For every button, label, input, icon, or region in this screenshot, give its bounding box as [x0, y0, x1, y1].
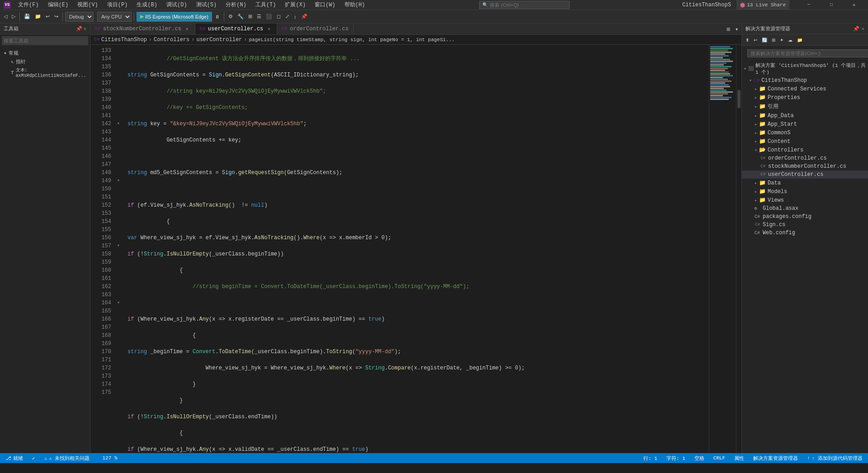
pause-button[interactable]: ⏸	[213, 11, 222, 22]
menu-item-test[interactable]: 测试(S)	[194, 0, 219, 9]
tree-item-project[interactable]: ▾ C# CitiesThanShop	[742, 76, 868, 85]
menu-item-analyze[interactable]: 分析(N)	[224, 0, 248, 9]
status-lang[interactable]: 属性	[732, 455, 746, 462]
vertical-scrollbar[interactable]	[736, 45, 741, 453]
se-toolbar-btn-1[interactable]: ⬆	[744, 35, 751, 44]
status-spaces[interactable]: 空格	[693, 455, 706, 462]
toolbar-btn-9[interactable]: 📌	[299, 11, 309, 22]
tree-item-global-asax[interactable]: ⚙ Global.asax	[742, 204, 868, 213]
status-add-source[interactable]: ↑ ↑ 添加到源代码管理器	[805, 455, 864, 462]
status-check-icon[interactable]: ✓	[30, 454, 37, 462]
se-toolbar-btn-2[interactable]: ↩	[752, 35, 759, 44]
tab-stock-controller[interactable]: C# stockNumberController.cs ✕	[90, 24, 195, 34]
close-button[interactable]: ✕	[844, 0, 864, 10]
tree-item-sign-cs[interactable]: C# Sign.cs	[742, 221, 868, 229]
se-toolbar-btn-5[interactable]: ✦	[778, 35, 785, 44]
toolbar-btn-6[interactable]: ◻	[275, 11, 283, 22]
tree-item-controllers[interactable]: ▾ 📂 Controllers	[742, 146, 868, 154]
solution-explorer-search[interactable]	[747, 49, 868, 57]
back-button[interactable]: ◁	[2, 11, 9, 22]
se-show-all-files[interactable]: 📁	[795, 35, 804, 44]
menu-item-debug[interactable]: 调试(D)	[165, 0, 189, 9]
tree-item-content[interactable]: ▸ 📁 Content	[742, 137, 868, 146]
solution-explorer-close-icon[interactable]: ✕	[861, 26, 864, 32]
toolbar-btn-8[interactable]: ↕	[292, 11, 298, 22]
code-text[interactable]: //GetSignContent 该方法会升序排序传入的数据，得到拼接好的字符串…	[122, 45, 709, 453]
platform-dropdown[interactable]: Any CPU	[97, 12, 132, 22]
se-toolbar-btn-3[interactable]: 🔄	[760, 35, 769, 44]
menu-item-window[interactable]: 窗口(W)	[313, 0, 337, 9]
menu-item-extensions[interactable]: 扩展(X)	[283, 0, 307, 9]
se-toolbar-btn-6[interactable]: ☁	[786, 35, 794, 44]
code-editor[interactable]: 133 134 135 136 137 138 139 140 141 142 …	[97, 45, 709, 453]
tree-item-commons[interactable]: ▸ 📁 CommonS	[742, 128, 868, 137]
menu-item-build[interactable]: 生成(B)	[135, 0, 159, 9]
tab-order-controller[interactable]: C# orderController.cs	[277, 24, 354, 34]
status-errors[interactable]: ⚠ ⚠ 未找到相关问题	[42, 455, 92, 462]
fold-marker-164[interactable]: ▾	[115, 299, 122, 307]
close-tab-2[interactable]: ✕	[266, 26, 272, 32]
menu-item-edit[interactable]: 编辑(E)	[46, 0, 71, 9]
redo-button[interactable]: ↪	[52, 11, 60, 22]
minimize-button[interactable]: ─	[798, 0, 819, 10]
status-cursor[interactable]: 行: 1	[642, 455, 659, 462]
status-encoding[interactable]: CRLF	[712, 455, 727, 461]
status-solution-explorer[interactable]: 解决方案资源管理器	[751, 455, 800, 462]
breadcrumb-method[interactable]: pageList(string timeStamp, string sign, …	[249, 37, 455, 43]
maximize-button[interactable]: □	[821, 0, 842, 10]
tab-user-controller[interactable]: C# userController.cs ✕	[195, 24, 277, 34]
split-editor-button[interactable]: ⊞	[725, 24, 732, 34]
tree-item-properties[interactable]: ▸ 📁 Properties	[742, 93, 868, 102]
tree-item-web-config[interactable]: C# Web.config	[742, 229, 868, 237]
editor-settings-button[interactable]: ▾	[734, 24, 740, 34]
menu-item-view[interactable]: 视图(V)	[75, 0, 100, 9]
fold-marker-157[interactable]: ▾	[115, 242, 122, 250]
tree-item-order-controller[interactable]: C# orderController.cs	[742, 154, 868, 162]
tree-item-models[interactable]: ▸ 📁 Models	[742, 187, 868, 196]
debug-config-dropdown[interactable]: Debug	[65, 12, 94, 22]
open-button[interactable]: 📁	[33, 11, 43, 22]
toolbar-btn-7[interactable]: ⤢	[283, 11, 291, 22]
tree-item-packages-config[interactable]: C# packages.config	[742, 213, 868, 221]
solution-explorer-pin-icon[interactable]: 📌	[853, 26, 859, 32]
toolbox-section-header-general[interactable]: ▾ 常规	[4, 49, 86, 57]
forward-button[interactable]: ▷	[10, 11, 17, 22]
tree-item-references[interactable]: ▸ 📁 引用	[742, 102, 868, 111]
toolbar-btn-4[interactable]: ☰	[255, 11, 263, 22]
toolbar-btn-3[interactable]: ⊞	[246, 11, 254, 22]
fold-marker-142[interactable]: ▾	[115, 120, 122, 128]
breadcrumb-project[interactable]: CitiesThanShop	[101, 37, 147, 43]
toolbox-close-icon[interactable]: ✕	[83, 26, 86, 32]
toolbox-item-text[interactable]: T 文本: axMsRdpClient11NotSafeF...	[4, 66, 86, 79]
status-col[interactable]: 字符: 1	[665, 455, 687, 462]
tree-item-app-start[interactable]: ▸ 📁 App_Start	[742, 120, 868, 128]
tree-item-views[interactable]: ▸ 📁 Views	[742, 196, 868, 204]
run-button[interactable]: ▶ IIS Express (Microsoft Edge)	[137, 12, 212, 22]
tree-item-user-controller[interactable]: C# userController.cs	[742, 170, 868, 179]
undo-button[interactable]: ↩	[44, 11, 52, 22]
menu-item-file[interactable]: 文件(F)	[16, 0, 41, 9]
toolbox-item-pointer[interactable]: ↖ 指针	[4, 57, 86, 66]
toolbox-search-input[interactable]	[2, 36, 88, 45]
status-zoom[interactable]: 127 %	[100, 455, 119, 461]
save-button[interactable]: 💾	[22, 11, 32, 22]
global-search-input[interactable]	[490, 2, 562, 8]
toolbox-pin-icon[interactable]: 📌	[76, 26, 82, 32]
tree-item-connected-services[interactable]: ▸ 📁 Connected Services	[742, 85, 868, 93]
menu-item-help[interactable]: 帮助(H)	[343, 0, 367, 9]
close-tab-1[interactable]: ✕	[184, 26, 190, 32]
status-branch[interactable]: ⎇ 就绪	[4, 455, 25, 462]
toolbar-btn-1[interactable]: ⚙	[226, 11, 235, 22]
tree-item-data[interactable]: ▸ 📁 Data	[742, 179, 868, 187]
fold-marker-149[interactable]: ▾	[115, 177, 122, 185]
toolbar-btn-2[interactable]: 🔧	[236, 11, 245, 22]
live-share-button[interactable]: ⬤ 13 Live Share	[736, 0, 789, 10]
menu-item-project[interactable]: 项目(P)	[105, 0, 130, 9]
code-container[interactable]: 133 134 135 136 137 138 139 140 141 142 …	[90, 45, 741, 453]
menu-item-tools[interactable]: 工具(T)	[254, 0, 278, 9]
tree-item-app-data[interactable]: ▸ 📁 App_Data	[742, 111, 868, 120]
se-toolbar-btn-4[interactable]: ⊞	[770, 35, 777, 44]
toolbar-btn-5[interactable]: ⬛	[264, 11, 274, 22]
breadcrumb-folder[interactable]: Controllers	[154, 37, 189, 43]
tree-item-stock-controller[interactable]: C# stockNumberController.cs	[742, 162, 868, 170]
